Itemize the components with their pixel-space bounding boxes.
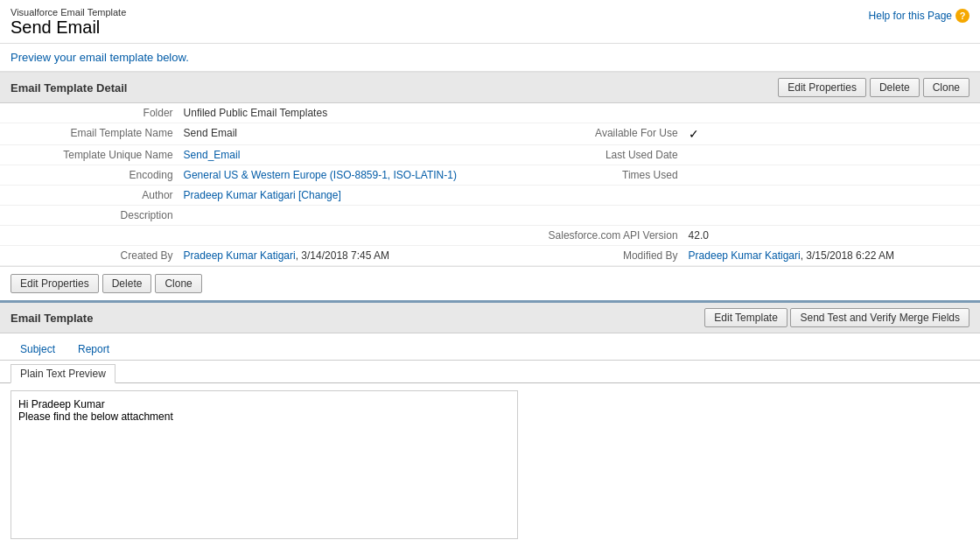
delete-button-top[interactable]: Delete	[870, 78, 920, 97]
preview-text: Preview your email template below.	[0, 44, 980, 71]
delete-button-bottom[interactable]: Delete	[102, 274, 152, 293]
edit-properties-button-bottom[interactable]: Edit Properties	[10, 274, 99, 293]
table-row: Description	[0, 206, 980, 226]
tab-subject[interactable]: Subject	[10, 339, 65, 360]
folder-label: Folder	[0, 103, 178, 123]
send-test-button[interactable]: Send Test and Verify Merge Fields	[790, 308, 970, 327]
email-line-1: Hi Pradeep Kumar	[18, 398, 510, 410]
last-used-date-label: Last Used Date	[525, 145, 683, 165]
section1-bottom-buttons: Edit Properties Delete Clone	[0, 266, 980, 300]
email-line-2: Please find the below attachment	[18, 410, 510, 423]
created-by-label: Created By	[0, 246, 178, 266]
description-label: Description	[0, 206, 178, 226]
salesforce-api-label: Salesforce.com API Version	[525, 226, 683, 246]
tab-report[interactable]: Report	[68, 339, 119, 360]
email-template-name-value: Send Email	[178, 123, 525, 145]
template-body: Hi Pradeep Kumar Please find the below a…	[0, 383, 980, 540]
table-row: Created By Pradeep Kumar Katigari, 3/14/…	[0, 246, 980, 266]
help-icon: ?	[956, 9, 970, 23]
email-template-name-label: Email Template Name	[0, 123, 178, 145]
table-row: Author Pradeep Kumar Katigari [Change]	[0, 186, 980, 206]
subtabs-row: Plain Text Preview	[0, 361, 980, 383]
modified-date: , 3/15/2018 6:22 AM	[801, 249, 894, 262]
template-unique-name-link[interactable]: Send_Email	[184, 149, 241, 161]
section1-header: Email Template Detail Edit Properties De…	[0, 73, 980, 103]
times-used-label: Times Used	[525, 165, 683, 186]
section1-btn-group: Edit Properties Delete Clone	[778, 78, 970, 97]
page-header: Visualforce Email Template Send Email He…	[0, 0, 980, 44]
description-value	[178, 206, 525, 226]
available-for-use-label: Available For Use	[525, 123, 683, 145]
section1-title: Email Template Detail	[10, 81, 127, 95]
tabs-row: Subject Report	[0, 333, 980, 361]
modified-by-label: Modified By	[525, 246, 683, 266]
help-link[interactable]: Help for this Page ?	[869, 9, 970, 23]
email-content-box: Hi Pradeep Kumar Please find the below a…	[10, 390, 518, 539]
email-template-detail-section: Email Template Detail Edit Properties De…	[0, 71, 980, 300]
table-row: Email Template Name Send Email Available…	[0, 123, 980, 145]
template-unique-name-label: Template Unique Name	[0, 145, 178, 165]
email-template-section: Email Template Edit Template Send Test a…	[0, 300, 980, 540]
checkmark-icon: ✓	[689, 127, 699, 141]
times-used-value	[683, 165, 980, 186]
modified-by-link[interactable]: Pradeep Kumar Katigari	[689, 249, 801, 262]
author-label: Author	[0, 186, 178, 206]
available-for-use-value: ✓	[683, 123, 980, 145]
page-title: Send Email	[10, 18, 970, 38]
app-name: Visualforce Email Template	[10, 7, 970, 18]
author-value-link[interactable]: Pradeep Kumar Katigari	[184, 189, 296, 201]
clone-button-top[interactable]: Clone	[923, 78, 970, 97]
table-row: Template Unique Name Send_Email Last Use…	[0, 145, 980, 165]
detail-table: Folder Unfiled Public Email Templates Em…	[0, 103, 980, 266]
folder-value: Unfiled Public Email Templates	[178, 103, 525, 123]
created-by-link[interactable]: Pradeep Kumar Katigari	[184, 249, 296, 262]
salesforce-api-value: 42.0	[683, 226, 980, 246]
table-row: Encoding General US & Western Europe (IS…	[0, 165, 980, 186]
change-author-link[interactable]: [Change]	[298, 189, 341, 201]
table-row: Folder Unfiled Public Email Templates	[0, 103, 980, 123]
subtab-plain-text-preview[interactable]: Plain Text Preview	[10, 364, 116, 383]
encoding-label: Encoding	[0, 165, 178, 186]
section2-btn-group: Edit Template Send Test and Verify Merge…	[704, 308, 970, 327]
last-used-date-value	[683, 145, 980, 165]
edit-template-button[interactable]: Edit Template	[704, 308, 788, 327]
section2-title: Email Template	[10, 312, 93, 325]
help-link-text: Help for this Page	[869, 10, 952, 22]
table-row: Salesforce.com API Version 42.0	[0, 226, 980, 246]
clone-button-bottom[interactable]: Clone	[155, 274, 201, 293]
edit-properties-button-top[interactable]: Edit Properties	[778, 78, 866, 97]
encoding-value-link[interactable]: General US & Western Europe (ISO-8859-1,…	[184, 169, 457, 181]
section2-header: Email Template Edit Template Send Test a…	[0, 303, 980, 333]
created-date: , 3/14/2018 7:45 AM	[296, 249, 389, 262]
